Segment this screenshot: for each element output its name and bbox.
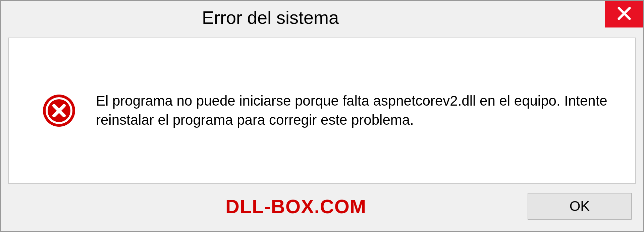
ok-button[interactable]: OK [528,193,632,220]
content-area: El programa no puede iniciarse porque fa… [8,38,636,184]
footer-area: DLL-BOX.COM OK [1,191,643,231]
title-bar: Error del sistema [1,1,643,34]
watermark-text: DLL-BOX.COM [225,195,366,218]
close-button[interactable] [605,1,643,27]
error-message: El programa no puede iniciarse porque fa… [96,92,615,129]
error-icon [42,94,76,127]
error-dialog: Error del sistema El programa no puede i… [0,0,644,232]
dialog-title: Error del sistema [202,7,339,28]
close-icon [616,5,632,23]
